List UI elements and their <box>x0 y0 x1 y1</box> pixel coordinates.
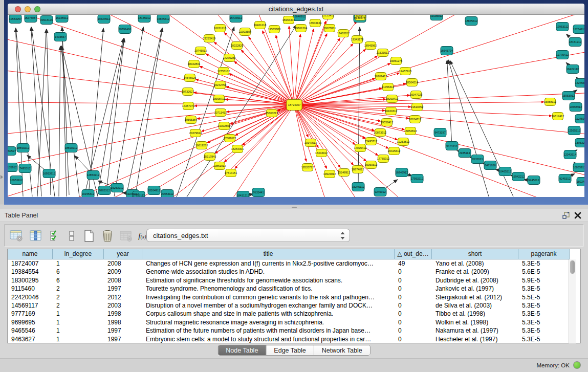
close-panel-icon[interactable] <box>573 211 582 220</box>
cell-name[interactable]: 19384554 <box>8 268 53 276</box>
cell-year[interactable]: 1997 <box>104 285 142 293</box>
cell-title[interactable]: Tourette syndrome. Phenomenology and cla… <box>142 285 395 293</box>
cell-title[interactable]: Estimation of significance thresholds fo… <box>142 276 395 285</box>
network-canvas[interactable]: 1055325715276057209131261623591219424512… <box>8 15 584 197</box>
table-row[interactable]: 1830029562008Estimation of significance … <box>8 276 570 285</box>
cell-title[interactable]: Structural magnetic resonance image aver… <box>142 318 395 326</box>
cell-year[interactable]: 1998 <box>104 310 142 318</box>
cell-in_degree[interactable]: 2 <box>53 285 104 293</box>
table-row[interactable]: 2242004622012Investigating the contribut… <box>8 293 570 301</box>
cell-pagerank[interactable]: 5.3E-5 <box>518 285 570 293</box>
cell-pagerank[interactable]: 5.3E-5 <box>518 259 570 268</box>
delete-column-icon[interactable] <box>100 228 115 244</box>
cell-out_degree[interactable]: 0 <box>395 301 432 310</box>
cell-short[interactable]: Hescheler et al. (1997) <box>432 335 518 343</box>
column-header-title[interactable]: title <box>142 249 395 259</box>
cell-year[interactable]: 2008 <box>104 276 142 285</box>
cell-short[interactable]: Franke et al. (2009) <box>432 268 518 276</box>
cell-pagerank[interactable]: 5.3E-5 <box>518 335 570 343</box>
cell-title[interactable]: Genome-wide association studies in ADHD. <box>142 268 395 276</box>
table-row[interactable]: 969969511998Structural magnetic resonanc… <box>8 318 570 326</box>
panel-split-divider[interactable] <box>0 205 588 209</box>
cell-short[interactable]: Yano et al. (2008) <box>432 259 518 268</box>
cell-in_degree[interactable]: 6 <box>53 268 104 276</box>
cell-name[interactable]: 9463627 <box>8 335 53 343</box>
cell-pagerank[interactable]: 5.9E-5 <box>518 276 570 285</box>
table-row[interactable]: 1938455462009Genome-wide association stu… <box>8 268 570 276</box>
column-header-in_degree[interactable]: in_degree <box>53 249 104 259</box>
network-window-titlebar[interactable]: citations_edges.txt <box>8 4 584 15</box>
cell-in_degree[interactable]: 6 <box>53 276 104 285</box>
cell-pagerank[interactable]: 5.5E-5 <box>518 293 570 301</box>
cell-year[interactable]: 1997 <box>104 326 142 335</box>
cell-year[interactable]: 1998 <box>104 318 142 326</box>
cell-in_degree[interactable]: 1 <box>53 335 104 343</box>
table-row[interactable]: 977716911998Corpus callosum shape and si… <box>8 310 570 318</box>
cell-out_degree[interactable]: 0 <box>395 293 432 301</box>
column-header-year[interactable]: year <box>104 249 142 259</box>
cell-pagerank[interactable]: 5.3E-5 <box>518 326 570 335</box>
cell-year[interactable]: 2012 <box>104 293 142 301</box>
cell-out_degree[interactable]: 0 <box>395 326 432 335</box>
tab-node-table[interactable]: Node Table <box>218 345 266 355</box>
cell-short[interactable]: Dudbridge et al. (2008) <box>432 276 518 285</box>
cell-title[interactable]: Changes of HCN gene expression and I(f) … <box>142 259 395 268</box>
cell-short[interactable]: Nakamura et al. (1997) <box>432 326 518 335</box>
cell-pagerank[interactable]: 5.3E-5 <box>518 318 570 326</box>
cell-title[interactable]: Corpus callosum shape and size in male p… <box>142 310 395 318</box>
table-row[interactable]: 1456911722003Disruption of a novel membe… <box>8 301 570 310</box>
cell-out_degree[interactable]: 0 <box>395 276 432 285</box>
cell-in_degree[interactable]: 2 <box>53 301 104 310</box>
cell-name[interactable]: 9699695 <box>8 318 53 326</box>
cell-year[interactable]: 2003 <box>104 301 142 310</box>
table-vertical-scrollbar[interactable] <box>569 259 576 343</box>
table-row[interactable]: 946554611997Estimation of the future num… <box>8 326 570 335</box>
table-row[interactable]: 1872400712008Changes of HCN gene express… <box>8 259 570 268</box>
column-visibility-icon[interactable] <box>28 228 43 244</box>
table-selector-dropdown[interactable]: citations_edges.txt <box>146 229 350 242</box>
cell-in_degree[interactable]: 2 <box>53 293 104 301</box>
unselect-all-columns-icon[interactable] <box>64 228 79 244</box>
cell-in_degree[interactable]: 1 <box>53 310 104 318</box>
cell-name[interactable]: 9777169 <box>8 310 53 318</box>
cell-out_degree[interactable]: 0 <box>395 318 432 326</box>
cell-name[interactable]: 14569117 <box>8 301 53 310</box>
cell-title[interactable]: Embryonic stem cells: a model to study s… <box>142 335 395 343</box>
float-panel-icon[interactable] <box>561 211 571 220</box>
column-header-out_degree[interactable]: △ out_de… <box>395 249 432 259</box>
cell-name[interactable]: 18724007 <box>8 259 53 268</box>
table-mode-icon[interactable] <box>9 228 24 244</box>
divider-grip-icon[interactable] <box>292 207 297 208</box>
cell-short[interactable]: Wolkin et al. (1998) <box>432 318 518 326</box>
tab-edge-table[interactable]: Edge Table <box>266 345 314 355</box>
cell-pagerank[interactable]: 5.3E-5 <box>518 301 570 310</box>
cell-name[interactable]: 9465546 <box>8 326 53 335</box>
scrollbar-thumb[interactable] <box>570 260 575 274</box>
west-panel-handle-icon[interactable] <box>1 175 3 179</box>
cell-out_degree[interactable]: 49 <box>395 259 432 268</box>
cell-year[interactable]: 2009 <box>104 268 142 276</box>
cell-pagerank[interactable]: 5.3E-5 <box>518 310 570 318</box>
cell-out_degree[interactable]: 0 <box>395 268 432 276</box>
cell-year[interactable]: 2008 <box>104 259 142 268</box>
select-all-columns-icon[interactable] <box>48 228 63 244</box>
column-header-name[interactable]: name <box>8 249 53 259</box>
cell-title[interactable]: Estimation of the future numbers of pati… <box>142 326 395 335</box>
table-row[interactable]: 911546021997Tourette syndrome. Phenomeno… <box>8 285 570 293</box>
cell-short[interactable]: Stergiakouli et al. (2012) <box>432 293 518 301</box>
cell-short[interactable]: Tibbo et al. (1998) <box>432 310 518 318</box>
cell-name[interactable]: 18300295 <box>8 276 53 285</box>
cell-out_degree[interactable]: 0 <box>395 335 432 343</box>
delete-table-icon[interactable] <box>118 228 134 244</box>
cell-in_degree[interactable]: 1 <box>53 326 104 335</box>
cell-in_degree[interactable]: 1 <box>53 318 104 326</box>
cell-year[interactable]: 1997 <box>104 335 142 343</box>
cell-short[interactable]: Jankovic et al. (1997) <box>432 285 518 293</box>
cell-short[interactable]: de Silva et al. (2003) <box>432 301 518 310</box>
cell-title[interactable]: Investigating the contribution of common… <box>142 293 395 301</box>
cell-out_degree[interactable]: 0 <box>395 310 432 318</box>
tab-network-table[interactable]: Network Table <box>314 345 370 355</box>
cell-pagerank[interactable]: 5.6E-5 <box>518 268 570 276</box>
cell-name[interactable]: 22420046 <box>8 293 53 301</box>
cell-out_degree[interactable]: 0 <box>395 285 432 293</box>
